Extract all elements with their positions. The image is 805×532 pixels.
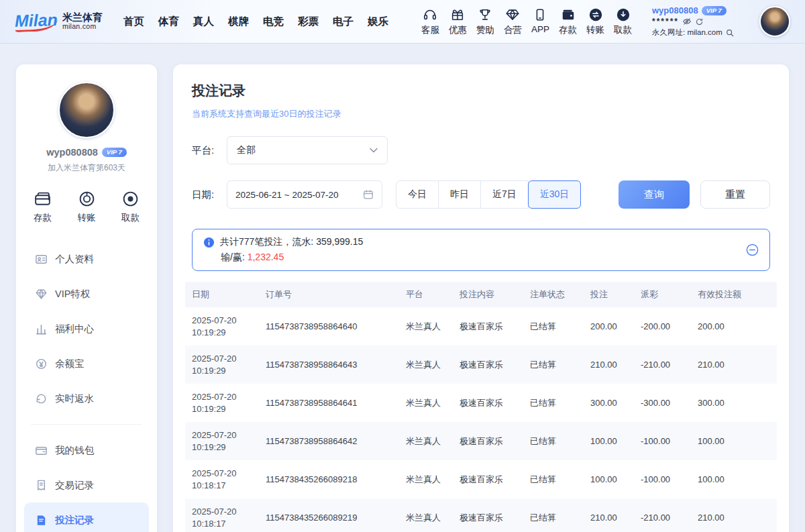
cell-date: 2025-07-20 10:18:17: [192, 506, 266, 530]
wallet-outline-icon: [35, 444, 48, 457]
transfer-icon: [588, 7, 603, 22]
sidebar-item-vip[interactable]: VIP特权: [24, 276, 149, 311]
quick-sponsor-label: 赞助: [476, 24, 494, 36]
header-order: 订单号: [266, 288, 406, 301]
quick-sponsor[interactable]: 赞助: [476, 7, 494, 36]
search-icon[interactable]: [726, 29, 734, 37]
sidebar-menu: 个人资料 VIP特权 福利中心 余额宝 实时返水 我的钱包: [24, 242, 149, 532]
header-status: 注单状态: [530, 288, 590, 301]
table-row: 2025-07-20 10:19:29 1154738738958864641 …: [185, 384, 777, 422]
sidebar-item-welfare[interactable]: 福利中心: [24, 311, 149, 346]
sidebar-deposit-label: 存款: [34, 212, 52, 224]
platform-select[interactable]: 全部: [227, 136, 388, 164]
cell-platform: 米兰真人: [406, 359, 460, 371]
date-range-value: 2025-06-21 ~ 2025-07-20: [235, 190, 339, 200]
nav-live-casino[interactable]: 真人: [193, 15, 214, 29]
header-bet: 投注: [590, 288, 641, 301]
platform-select-value: 全部: [237, 144, 256, 156]
date-label: 日期:: [192, 189, 227, 201]
cell-content: 极速百家乐: [460, 359, 530, 371]
reset-button[interactable]: 重置: [700, 180, 770, 209]
sidebar-username: wyp080808: [46, 147, 98, 158]
quick-transfer-label: 转账: [586, 24, 604, 36]
nav-home[interactable]: 首页: [123, 15, 144, 29]
quick-support-label: 客服: [421, 24, 439, 36]
cell-valid: 200.00: [698, 321, 770, 331]
brand-script: Milan: [15, 11, 58, 32]
sidebar-item-bet-records[interactable]: 投注记录: [24, 502, 149, 532]
cell-content: 极速百家乐: [460, 435, 530, 447]
cell-valid: 300.00: [698, 398, 770, 408]
nav-lottery[interactable]: 彩票: [298, 15, 319, 29]
cell-bet: 200.00: [590, 321, 641, 331]
sidebar-withdraw[interactable]: 取款: [121, 190, 140, 224]
quick-deposit-label: 存款: [559, 24, 577, 36]
date-range-input[interactable]: 2025-06-21 ~ 2025-07-20: [227, 180, 382, 209]
table-row: 2025-07-20 10:18:17 1154738435266089218 …: [185, 460, 777, 498]
cell-order: 1154738435266089219: [266, 513, 406, 523]
winloss-value: 1,232.45: [248, 252, 284, 262]
cell-date: 2025-07-20 10:19:29: [192, 391, 266, 415]
quick-app[interactable]: APP: [531, 7, 549, 36]
masked-balance: ******: [652, 17, 679, 26]
range-yesterday-button[interactable]: 昨日: [438, 180, 481, 209]
nav-esports[interactable]: 电竞: [263, 15, 284, 29]
bet-records-icon: [35, 514, 48, 527]
user-avatar[interactable]: [759, 6, 790, 37]
cell-payout: -100.00: [641, 436, 698, 446]
quick-promotions[interactable]: 优惠: [449, 7, 467, 36]
range-today-button[interactable]: 今日: [396, 180, 439, 209]
nav-slots[interactable]: 电子: [333, 15, 354, 29]
sidebar-item-label: 福利中心: [55, 323, 94, 335]
table-row: 2025-07-20 10:19:29 1154738738958864642 …: [185, 422, 777, 460]
username[interactable]: wyp080808: [652, 5, 698, 15]
sidebar-transfer[interactable]: 转账: [78, 190, 96, 224]
collapse-icon[interactable]: [746, 244, 759, 256]
sidebar-item-transactions[interactable]: 交易记录: [24, 468, 149, 502]
gift-icon: [450, 7, 465, 22]
range-30days-button[interactable]: 近30日: [528, 180, 582, 209]
sidebar-item-label: 个人资料: [55, 253, 94, 266]
quick-partnership[interactable]: 合营: [504, 7, 522, 36]
query-button[interactable]: 查询: [619, 180, 690, 209]
quick-app-label: APP: [531, 24, 549, 34]
quick-withdraw[interactable]: 取款: [614, 7, 632, 36]
cell-valid: 100.00: [698, 436, 770, 446]
brand-logo[interactable]: Milan 米兰体育 milan.com: [15, 12, 107, 32]
sidebar-deposit[interactable]: 存款: [34, 190, 52, 224]
quick-transfer[interactable]: 转账: [586, 7, 604, 36]
sidebar-item-yuebao[interactable]: 余额宝: [24, 346, 149, 381]
cell-status: 已结算: [530, 359, 590, 371]
sidebar-item-label: 我的钱包: [55, 444, 94, 457]
sidebar-vip-badge: VIP 7: [102, 148, 127, 157]
table-rows: 2025-07-20 10:19:29 1154738738958864640 …: [185, 307, 777, 532]
quick-deposit[interactable]: 存款: [559, 7, 577, 36]
winloss-label: 输/赢:: [221, 252, 248, 262]
sidebar-item-wallet[interactable]: 我的钱包: [24, 433, 149, 468]
cell-platform: 米兰真人: [406, 474, 460, 486]
eye-off-icon[interactable]: [682, 17, 692, 26]
refresh-icon[interactable]: [695, 17, 704, 26]
header-content: 投注内容: [460, 288, 530, 301]
cell-bet: 100.00: [590, 474, 641, 484]
gem-icon: [35, 288, 48, 301]
cell-status: 已结算: [530, 321, 590, 333]
platform-filter-row: 平台: 全部: [192, 136, 770, 164]
cell-payout: -300.00: [641, 398, 698, 408]
cell-bet: 210.00: [590, 360, 641, 370]
sidebar-item-rebate[interactable]: 实时返水: [24, 381, 149, 416]
nav-chess-games[interactable]: 棋牌: [228, 15, 249, 29]
wallet-actions: 存款 转账 取款: [24, 190, 149, 224]
nav-entertainment[interactable]: 娱乐: [368, 15, 388, 29]
profile-avatar: [58, 82, 115, 138]
range-7days-button[interactable]: 近7日: [480, 180, 529, 209]
cell-content: 极速百家乐: [460, 474, 530, 486]
brand-domain: milan.com: [62, 23, 103, 31]
sidebar-item-profile[interactable]: 个人资料: [24, 242, 149, 276]
id-card-icon: [35, 253, 48, 266]
header-date: 日期: [192, 288, 266, 301]
rebate-refresh-icon: [35, 392, 48, 405]
quick-support[interactable]: 客服: [421, 7, 439, 36]
nav-sports[interactable]: 体育: [158, 15, 179, 29]
sidebar-item-label: 交易记录: [55, 479, 94, 492]
